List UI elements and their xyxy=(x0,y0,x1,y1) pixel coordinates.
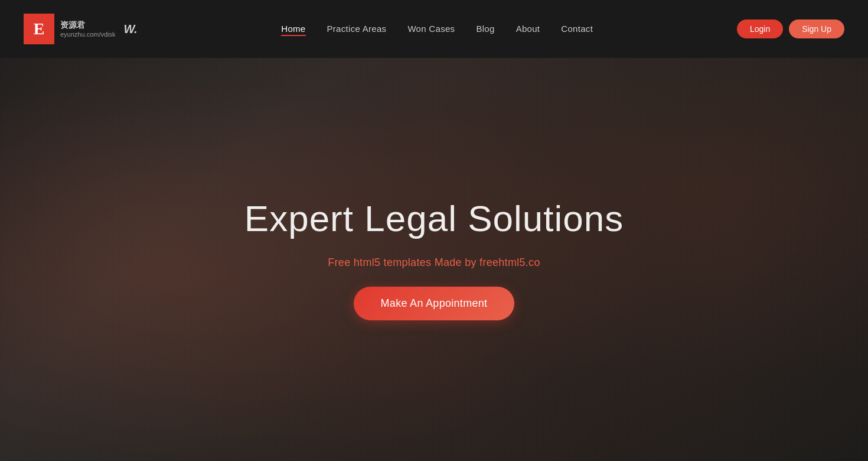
nav-item-practice-areas[interactable]: Practice Areas xyxy=(327,24,387,34)
nav-link-blog[interactable]: Blog xyxy=(476,24,494,34)
logo-box: E xyxy=(24,14,54,44)
nav-item-contact[interactable]: Contact xyxy=(561,24,593,34)
hero-content: Expert Legal Solutions Free html5 templa… xyxy=(244,199,624,320)
signup-button[interactable]: Sign Up xyxy=(789,20,844,38)
hero-subtitle-link[interactable]: freehtml5.co xyxy=(479,257,540,268)
hero-subtitle-text: Free html5 templates Made by xyxy=(328,257,479,268)
nav-item-home[interactable]: Home xyxy=(281,24,305,34)
login-button[interactable]: Login xyxy=(737,20,783,38)
hero-section: Expert Legal Solutions Free html5 templa… xyxy=(0,0,868,461)
logo-area: E 资源君 eyunzhu.com/vdisk W. xyxy=(24,14,138,44)
appointment-button[interactable]: Make An Appointment xyxy=(354,287,515,320)
logo-chinese: 资源君 xyxy=(60,20,116,31)
nav-link-won-cases[interactable]: Won Cases xyxy=(407,24,455,34)
nav-links: Home Practice Areas Won Cases Blog About… xyxy=(281,24,593,34)
nav-link-contact[interactable]: Contact xyxy=(561,24,593,34)
nav-item-won-cases[interactable]: Won Cases xyxy=(407,24,455,34)
nav-link-practice-areas[interactable]: Practice Areas xyxy=(327,24,387,34)
logo-url: eyunzhu.com/vdisk xyxy=(60,31,116,38)
nav-item-about[interactable]: About xyxy=(516,24,540,34)
navbar: E 资源君 eyunzhu.com/vdisk W. Home Practice… xyxy=(0,0,868,58)
logo-text: 资源君 eyunzhu.com/vdisk xyxy=(60,20,116,38)
nav-link-home[interactable]: Home xyxy=(281,24,305,36)
logo-suffix: W. xyxy=(124,22,138,36)
logo-letter: E xyxy=(34,20,45,38)
nav-item-blog[interactable]: Blog xyxy=(476,24,494,34)
hero-subtitle: Free html5 templates Made by freehtml5.c… xyxy=(328,257,540,269)
nav-buttons: Login Sign Up xyxy=(737,20,844,38)
nav-link-about[interactable]: About xyxy=(516,24,540,34)
hero-title: Expert Legal Solutions xyxy=(244,199,624,239)
